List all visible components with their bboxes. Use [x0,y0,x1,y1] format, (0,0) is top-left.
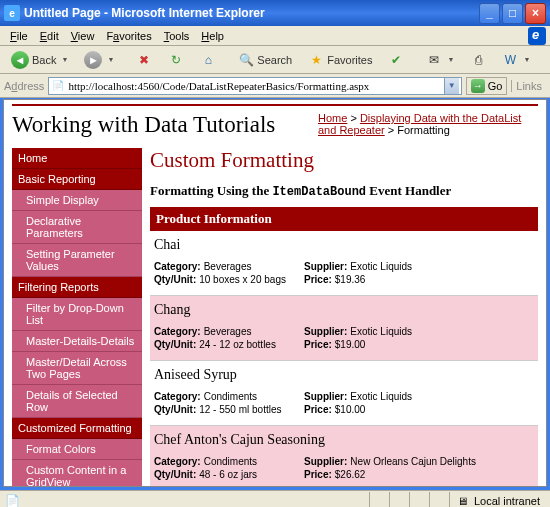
mail-button[interactable]: ✉▼ [419,49,461,71]
category-label: Category: [154,391,201,402]
status-panel [389,492,409,508]
menubar: File Edit View Favorites Tools Help [0,26,550,46]
price-label: Price: [304,404,332,415]
address-dropdown-icon[interactable]: ▼ [444,78,459,94]
address-input[interactable] [68,80,443,92]
edit-icon: W [502,52,518,68]
back-dropdown-icon: ▼ [61,56,68,63]
links-label[interactable]: Links [511,80,546,92]
sidebar-item[interactable]: Master-Details-Details [12,331,142,352]
menu-view[interactable]: View [65,28,101,44]
address-combo[interactable]: 📄 ▼ [48,77,461,95]
edit-button[interactable]: W▼ [495,49,537,71]
breadcrumb: Home > Displaying Data with the DataList… [318,112,538,138]
zone-label: Local intranet [474,495,540,507]
home-icon: ⌂ [200,52,216,68]
close-button[interactable]: × [525,3,546,24]
qty-value: 10 boxes x 20 bags [199,274,286,285]
edit-dropdown-icon: ▼ [523,56,530,63]
minimize-button[interactable]: _ [479,3,500,24]
breadcrumb-home[interactable]: Home [318,112,347,124]
sidebar-category[interactable]: Home [12,148,142,169]
supplier-label: Supplier: [304,456,347,467]
sidebar-nav: HomeBasic ReportingSimple DisplayDeclara… [12,148,142,487]
sidebar-item[interactable]: Simple Display [12,190,142,211]
menu-file-rest: ile [17,30,28,42]
section-header: Product Information [150,207,538,231]
sidebar-item[interactable]: Setting Parameter Values [12,244,142,277]
content-subheading: Formatting Using the ItemDataBound Event… [150,183,538,199]
qty-label: Qty/Unit: [154,469,196,480]
product-item: Chef Anton's Cajun SeasoningCategory: Co… [150,426,538,487]
browser-viewport[interactable]: Working with Data Tutorials Home > Displ… [3,99,547,487]
stop-button[interactable]: ✖ [129,49,159,71]
search-icon: 🔍 [238,52,254,68]
home-button[interactable]: ⌂ [193,49,223,71]
app-icon: e [4,5,20,21]
main-content: Custom Formatting Formatting Using the I… [150,148,538,487]
breadcrumb-current: Formatting [397,124,450,136]
sidebar-item[interactable]: Custom Content in a GridView [12,460,142,487]
intranet-icon: 🖥 [456,494,470,508]
category-label: Category: [154,326,201,337]
refresh-button[interactable]: ↻ [161,49,191,71]
supplier-label: Supplier: [304,326,347,337]
security-zone[interactable]: 🖥 Local intranet [449,492,546,508]
supplier-label: Supplier: [304,391,347,402]
category-value: Beverages [204,261,252,272]
go-label: Go [488,80,503,92]
maximize-button[interactable]: □ [502,3,523,24]
stop-icon: ✖ [136,52,152,68]
menu-edit[interactable]: Edit [34,28,65,44]
sidebar-category[interactable]: Customized Formatting [12,418,142,439]
menu-tools[interactable]: Tools [158,28,196,44]
print-button[interactable]: ⎙ [463,49,493,71]
status-panel [429,492,449,508]
product-item: Aniseed SyrupCategory: CondimentsSupplie… [150,361,538,426]
supplier-value: Exotic Liquids [350,261,412,272]
sidebar-category[interactable]: Basic Reporting [12,169,142,190]
price-value: $10.00 [335,404,366,415]
product-item: ChaiCategory: BeveragesSupplier: Exotic … [150,231,538,296]
category-value: Condiments [204,456,257,467]
go-button[interactable]: → Go [466,77,508,95]
favorites-button[interactable]: ★Favorites [301,49,379,71]
product-name: Chef Anton's Cajun Seasoning [154,432,534,448]
refresh-icon: ↻ [168,52,184,68]
back-button[interactable]: ◄ Back ▼ [4,48,75,72]
print-icon: ⎙ [470,52,486,68]
discuss-button[interactable]: 💬 [545,49,550,71]
sidebar-item[interactable]: Filter by Drop-Down List [12,298,142,331]
forward-arrow-icon: ► [84,51,102,69]
toolbar: ◄ Back ▼ ► ▼ ✖ ↻ ⌂ 🔍Search ★Favorites ✔ … [0,46,550,74]
forward-button[interactable]: ► ▼ [77,48,121,72]
menu-help[interactable]: Help [195,28,230,44]
product-list: ChaiCategory: BeveragesSupplier: Exotic … [150,231,538,487]
price-value: $19.36 [335,274,366,285]
favorites-label: Favorites [327,54,372,66]
forward-dropdown-icon: ▼ [107,56,114,63]
address-label: Address [4,80,44,92]
menu-favorites[interactable]: Favorites [100,28,157,44]
product-name: Chai [154,237,534,253]
status-panel [409,492,429,508]
sidebar-category[interactable]: Filtering Reports [12,277,142,298]
ie-throbber-icon [528,27,546,45]
sidebar-item[interactable]: Declarative Parameters [12,211,142,244]
search-label: Search [257,54,292,66]
sidebar-item[interactable]: Format Colors [12,439,142,460]
sidebar-item[interactable]: Master/Detail Across Two Pages [12,352,142,385]
price-value: $26.62 [335,469,366,480]
category-value: Condiments [204,391,257,402]
menu-file[interactable]: File [4,28,34,44]
history-button[interactable]: ✔ [381,49,411,71]
window-title: Untitled Page - Microsoft Internet Explo… [24,6,477,20]
star-icon: ★ [308,52,324,68]
qty-label: Qty/Unit: [154,404,196,415]
history-icon: ✔ [388,52,404,68]
product-item: ChangCategory: BeveragesSupplier: Exotic… [150,296,538,361]
sidebar-item[interactable]: Details of Selected Row [12,385,142,418]
page-title: Working with Data Tutorials [12,112,275,138]
search-button[interactable]: 🔍Search [231,49,299,71]
category-label: Category: [154,261,201,272]
